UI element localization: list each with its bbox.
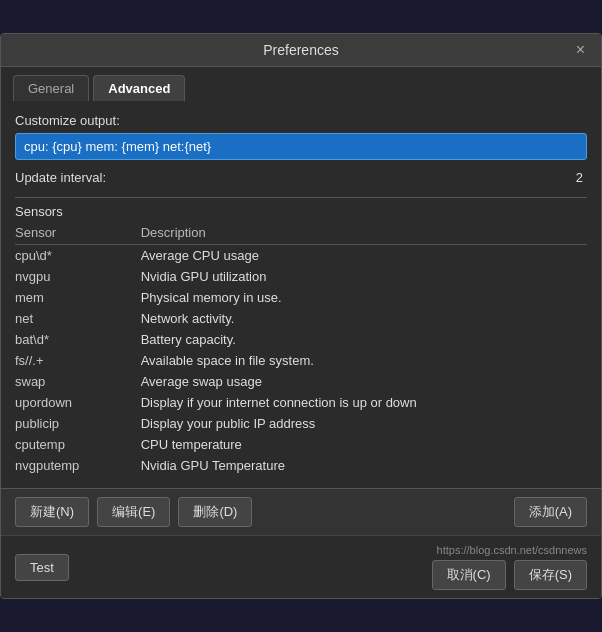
col-sensor: Sensor [15,223,141,245]
cancel-button[interactable]: 取消(C) [432,560,506,590]
sensors-title: Sensors [15,198,587,223]
table-row: nvgpuNvidia GPU utilization [15,266,587,287]
footer-btns-left: Test [15,554,69,581]
col-description: Description [141,223,587,245]
delete-button[interactable]: 删除(D) [178,497,252,527]
interval-value: 2 [576,170,583,185]
sensor-description: Average CPU usage [141,245,587,267]
sensor-description: Display your public IP address [141,413,587,434]
bottom-btns-left: 新建(N) 编辑(E) 删除(D) [15,497,252,527]
sensor-name: upordown [15,392,141,413]
sensor-name: fs//.+ [15,350,141,371]
table-row: swapAverage swap usage [15,371,587,392]
customize-label: Customize output: [15,113,587,128]
footer-btns-right: 取消(C) 保存(S) [432,560,587,590]
table-row: bat\d*Battery capacity. [15,329,587,350]
sensors-table: Sensor Description cpu\d*Average CPU usa… [15,223,587,476]
sensor-name: mem [15,287,141,308]
table-row: memPhysical memory in use. [15,287,587,308]
preferences-window: Preferences × General Advanced Customize… [0,33,602,599]
main-content: Customize output: Update interval: 2 Sen… [1,101,601,488]
edit-button[interactable]: 编辑(E) [97,497,170,527]
add-button[interactable]: 添加(A) [514,497,587,527]
sensor-name: net [15,308,141,329]
table-row: cpu\d*Average CPU usage [15,245,587,267]
footer-bar: Test https://blog.csdn.net/csdnnews 取消(C… [1,535,601,598]
table-row: fs//.+Available space in file system. [15,350,587,371]
sensor-description: CPU temperature [141,434,587,455]
sensor-description: Nvidia GPU Temperature [141,455,587,476]
table-row: publicipDisplay your public IP address [15,413,587,434]
sensor-description: Average swap usage [141,371,587,392]
tab-bar: General Advanced [1,67,601,101]
table-row: upordownDisplay if your internet connect… [15,392,587,413]
sensor-description: Network activity. [141,308,587,329]
sensor-description: Battery capacity. [141,329,587,350]
sensor-name: nvgputemp [15,455,141,476]
bottom-action-bar: 新建(N) 编辑(E) 删除(D) 添加(A) [1,488,601,535]
close-button[interactable]: × [570,39,591,61]
footer-right: https://blog.csdn.net/csdnnews 取消(C) 保存(… [432,544,587,590]
sensor-name: cpu\d* [15,245,141,267]
sensor-name: swap [15,371,141,392]
interval-label: Update interval: [15,170,106,185]
sensor-description: Display if your internet connection is u… [141,392,587,413]
sensor-description: Nvidia GPU utilization [141,266,587,287]
tab-general[interactable]: General [13,75,89,101]
table-row: nvgputempNvidia GPU Temperature [15,455,587,476]
sensor-description: Available space in file system. [141,350,587,371]
sensors-section: Sensors Sensor Description cpu\d*Average… [15,197,587,476]
sensor-description: Physical memory in use. [141,287,587,308]
sensor-name: bat\d* [15,329,141,350]
interval-row: Update interval: 2 [15,170,587,185]
new-button[interactable]: 新建(N) [15,497,89,527]
test-button[interactable]: Test [15,554,69,581]
customize-input[interactable] [15,133,587,160]
titlebar: Preferences × [1,34,601,67]
sensor-name: cputemp [15,434,141,455]
sensor-name: nvgpu [15,266,141,287]
tab-advanced[interactable]: Advanced [93,75,185,101]
footer-link: https://blog.csdn.net/csdnnews [432,544,587,556]
table-row: netNetwork activity. [15,308,587,329]
sensor-name: publicip [15,413,141,434]
table-row: cputempCPU temperature [15,434,587,455]
save-button[interactable]: 保存(S) [514,560,587,590]
window-title: Preferences [263,42,338,58]
